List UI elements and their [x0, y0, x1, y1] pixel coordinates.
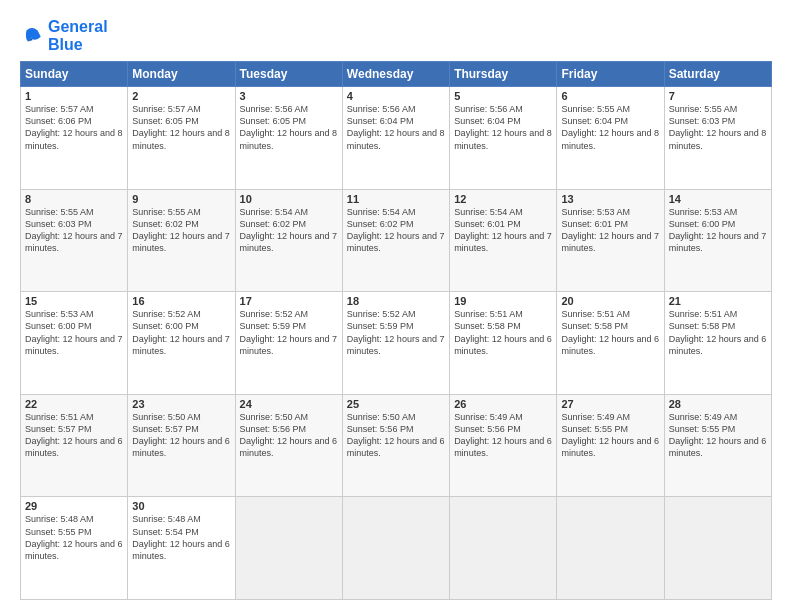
header-sunday: Sunday — [21, 62, 128, 87]
day-info: Sunrise: 5:56 AM Sunset: 6:05 PM Dayligh… — [240, 103, 338, 152]
calendar-cell — [450, 497, 557, 600]
calendar-table: SundayMondayTuesdayWednesdayThursdayFrid… — [20, 61, 772, 600]
calendar-cell: 26 Sunrise: 5:49 AM Sunset: 5:56 PM Dayl… — [450, 394, 557, 497]
calendar-cell: 30 Sunrise: 5:48 AM Sunset: 5:54 PM Dayl… — [128, 497, 235, 600]
day-info: Sunrise: 5:50 AM Sunset: 5:56 PM Dayligh… — [240, 411, 338, 460]
week-row-3: 15 Sunrise: 5:53 AM Sunset: 6:00 PM Dayl… — [21, 292, 772, 395]
calendar-cell: 3 Sunrise: 5:56 AM Sunset: 6:05 PM Dayli… — [235, 87, 342, 190]
calendar-cell: 6 Sunrise: 5:55 AM Sunset: 6:04 PM Dayli… — [557, 87, 664, 190]
calendar-cell: 19 Sunrise: 5:51 AM Sunset: 5:58 PM Dayl… — [450, 292, 557, 395]
calendar-cell — [342, 497, 449, 600]
day-info: Sunrise: 5:55 AM Sunset: 6:04 PM Dayligh… — [561, 103, 659, 152]
header-saturday: Saturday — [664, 62, 771, 87]
day-number: 4 — [347, 90, 445, 102]
day-number: 24 — [240, 398, 338, 410]
calendar-cell: 8 Sunrise: 5:55 AM Sunset: 6:03 PM Dayli… — [21, 189, 128, 292]
header-friday: Friday — [557, 62, 664, 87]
day-info: Sunrise: 5:53 AM Sunset: 6:01 PM Dayligh… — [561, 206, 659, 255]
header-monday: Monday — [128, 62, 235, 87]
calendar-cell: 18 Sunrise: 5:52 AM Sunset: 5:59 PM Dayl… — [342, 292, 449, 395]
logo-text: General Blue — [48, 18, 108, 53]
day-info: Sunrise: 5:57 AM Sunset: 6:05 PM Dayligh… — [132, 103, 230, 152]
logo: General Blue — [20, 18, 108, 53]
calendar-cell: 24 Sunrise: 5:50 AM Sunset: 5:56 PM Dayl… — [235, 394, 342, 497]
calendar-cell: 10 Sunrise: 5:54 AM Sunset: 6:02 PM Dayl… — [235, 189, 342, 292]
day-info: Sunrise: 5:55 AM Sunset: 6:03 PM Dayligh… — [25, 206, 123, 255]
calendar-cell: 17 Sunrise: 5:52 AM Sunset: 5:59 PM Dayl… — [235, 292, 342, 395]
day-number: 16 — [132, 295, 230, 307]
header-wednesday: Wednesday — [342, 62, 449, 87]
day-info: Sunrise: 5:55 AM Sunset: 6:02 PM Dayligh… — [132, 206, 230, 255]
calendar-cell: 20 Sunrise: 5:51 AM Sunset: 5:58 PM Dayl… — [557, 292, 664, 395]
day-number: 14 — [669, 193, 767, 205]
day-number: 21 — [669, 295, 767, 307]
day-info: Sunrise: 5:51 AM Sunset: 5:57 PM Dayligh… — [25, 411, 123, 460]
day-number: 1 — [25, 90, 123, 102]
day-number: 8 — [25, 193, 123, 205]
day-info: Sunrise: 5:53 AM Sunset: 6:00 PM Dayligh… — [25, 308, 123, 357]
day-info: Sunrise: 5:51 AM Sunset: 5:58 PM Dayligh… — [561, 308, 659, 357]
calendar-cell: 16 Sunrise: 5:52 AM Sunset: 6:00 PM Dayl… — [128, 292, 235, 395]
calendar-cell: 23 Sunrise: 5:50 AM Sunset: 5:57 PM Dayl… — [128, 394, 235, 497]
day-number: 30 — [132, 500, 230, 512]
day-number: 10 — [240, 193, 338, 205]
day-number: 28 — [669, 398, 767, 410]
day-info: Sunrise: 5:52 AM Sunset: 5:59 PM Dayligh… — [347, 308, 445, 357]
day-info: Sunrise: 5:54 AM Sunset: 6:01 PM Dayligh… — [454, 206, 552, 255]
calendar-cell: 4 Sunrise: 5:56 AM Sunset: 6:04 PM Dayli… — [342, 87, 449, 190]
day-number: 17 — [240, 295, 338, 307]
calendar-cell: 21 Sunrise: 5:51 AM Sunset: 5:58 PM Dayl… — [664, 292, 771, 395]
day-number: 23 — [132, 398, 230, 410]
day-info: Sunrise: 5:50 AM Sunset: 5:56 PM Dayligh… — [347, 411, 445, 460]
calendar-cell: 14 Sunrise: 5:53 AM Sunset: 6:00 PM Dayl… — [664, 189, 771, 292]
day-number: 26 — [454, 398, 552, 410]
day-number: 22 — [25, 398, 123, 410]
day-number: 11 — [347, 193, 445, 205]
calendar-cell — [235, 497, 342, 600]
day-number: 6 — [561, 90, 659, 102]
header-thursday: Thursday — [450, 62, 557, 87]
day-number: 2 — [132, 90, 230, 102]
page: General Blue SundayMondayTuesdayWednesda… — [0, 0, 792, 612]
calendar-cell: 9 Sunrise: 5:55 AM Sunset: 6:02 PM Dayli… — [128, 189, 235, 292]
day-number: 18 — [347, 295, 445, 307]
day-number: 13 — [561, 193, 659, 205]
calendar-cell: 13 Sunrise: 5:53 AM Sunset: 6:01 PM Dayl… — [557, 189, 664, 292]
day-info: Sunrise: 5:56 AM Sunset: 6:04 PM Dayligh… — [454, 103, 552, 152]
day-number: 27 — [561, 398, 659, 410]
day-number: 12 — [454, 193, 552, 205]
day-info: Sunrise: 5:57 AM Sunset: 6:06 PM Dayligh… — [25, 103, 123, 152]
day-number: 25 — [347, 398, 445, 410]
day-info: Sunrise: 5:49 AM Sunset: 5:56 PM Dayligh… — [454, 411, 552, 460]
calendar-cell: 1 Sunrise: 5:57 AM Sunset: 6:06 PM Dayli… — [21, 87, 128, 190]
calendar-cell: 7 Sunrise: 5:55 AM Sunset: 6:03 PM Dayli… — [664, 87, 771, 190]
week-row-5: 29 Sunrise: 5:48 AM Sunset: 5:55 PM Dayl… — [21, 497, 772, 600]
calendar-cell: 25 Sunrise: 5:50 AM Sunset: 5:56 PM Dayl… — [342, 394, 449, 497]
calendar-cell: 15 Sunrise: 5:53 AM Sunset: 6:00 PM Dayl… — [21, 292, 128, 395]
calendar-cell: 5 Sunrise: 5:56 AM Sunset: 6:04 PM Dayli… — [450, 87, 557, 190]
day-number: 15 — [25, 295, 123, 307]
day-info: Sunrise: 5:53 AM Sunset: 6:00 PM Dayligh… — [669, 206, 767, 255]
week-row-2: 8 Sunrise: 5:55 AM Sunset: 6:03 PM Dayli… — [21, 189, 772, 292]
calendar-cell — [557, 497, 664, 600]
header-tuesday: Tuesday — [235, 62, 342, 87]
day-info: Sunrise: 5:56 AM Sunset: 6:04 PM Dayligh… — [347, 103, 445, 152]
calendar-cell: 29 Sunrise: 5:48 AM Sunset: 5:55 PM Dayl… — [21, 497, 128, 600]
calendar-cell: 12 Sunrise: 5:54 AM Sunset: 6:01 PM Dayl… — [450, 189, 557, 292]
calendar-cell: 11 Sunrise: 5:54 AM Sunset: 6:02 PM Dayl… — [342, 189, 449, 292]
day-info: Sunrise: 5:49 AM Sunset: 5:55 PM Dayligh… — [561, 411, 659, 460]
day-info: Sunrise: 5:52 AM Sunset: 5:59 PM Dayligh… — [240, 308, 338, 357]
day-info: Sunrise: 5:55 AM Sunset: 6:03 PM Dayligh… — [669, 103, 767, 152]
logo-icon — [20, 24, 44, 48]
day-info: Sunrise: 5:48 AM Sunset: 5:54 PM Dayligh… — [132, 513, 230, 562]
header: General Blue — [20, 18, 772, 53]
week-row-1: 1 Sunrise: 5:57 AM Sunset: 6:06 PM Dayli… — [21, 87, 772, 190]
day-info: Sunrise: 5:52 AM Sunset: 6:00 PM Dayligh… — [132, 308, 230, 357]
calendar-cell: 27 Sunrise: 5:49 AM Sunset: 5:55 PM Dayl… — [557, 394, 664, 497]
day-number: 3 — [240, 90, 338, 102]
day-info: Sunrise: 5:50 AM Sunset: 5:57 PM Dayligh… — [132, 411, 230, 460]
day-info: Sunrise: 5:49 AM Sunset: 5:55 PM Dayligh… — [669, 411, 767, 460]
calendar-cell: 2 Sunrise: 5:57 AM Sunset: 6:05 PM Dayli… — [128, 87, 235, 190]
day-info: Sunrise: 5:54 AM Sunset: 6:02 PM Dayligh… — [347, 206, 445, 255]
day-number: 20 — [561, 295, 659, 307]
